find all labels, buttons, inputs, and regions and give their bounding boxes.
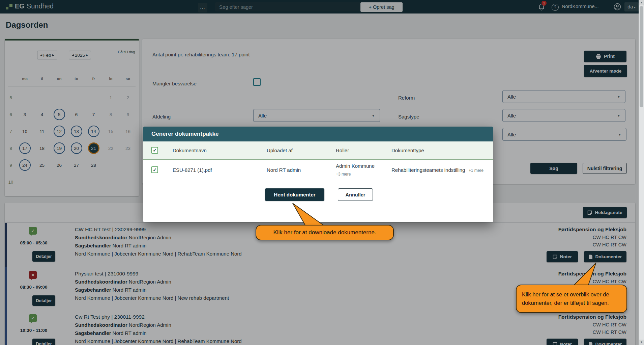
documents-hint-text: dokumenter, der er tilføjet til sagen. xyxy=(522,299,626,307)
document-name: ESU-8271 (1).pdf xyxy=(173,167,212,173)
download-hint-tooltip: Klik her for at downloade dokumenterne. xyxy=(256,225,394,240)
document-type-more[interactable]: +1 mere xyxy=(469,168,484,173)
document-table-row: ✓ ESU-8271 (1).pdf Nord RT admin Admin K… xyxy=(143,160,493,181)
documents-hint-tooltip: Klik her for at se et overblik over de d… xyxy=(516,285,627,313)
dialog-title: Generer dokumentpakke xyxy=(143,127,493,141)
column-header: Uploadet af xyxy=(267,148,293,153)
uploaded-by: Nord RT admin xyxy=(267,167,301,173)
select-all-checkbox[interactable]: ✓ xyxy=(151,147,158,154)
scrollbar-thumb[interactable] xyxy=(640,6,643,107)
vertical-scrollbar[interactable]: ▲ ▼ xyxy=(639,0,644,345)
scroll-down-icon[interactable]: ▼ xyxy=(639,340,644,345)
download-documents-button[interactable]: Hent dokumenter xyxy=(265,188,324,201)
row-checkbox[interactable]: ✓ xyxy=(151,166,158,173)
documents-hint-text: Klik her for at se et overblik over de xyxy=(522,290,626,299)
generate-document-package-dialog: Generer dokumentpakke ✓ Dokumentnavn Upl… xyxy=(143,127,493,222)
scroll-up-icon[interactable]: ▲ xyxy=(639,0,644,5)
document-table-header: ✓ Dokumentnavn Uploadet af Roller Dokume… xyxy=(143,141,493,160)
download-hint-text: Klik her for at downloade dokumenterne. xyxy=(273,229,376,236)
document-type: Rehabiliteringsteamets indstilling +1 me… xyxy=(391,167,484,173)
column-header: Dokumentnavn xyxy=(173,148,207,153)
roles-more[interactable]: +3 mere xyxy=(336,172,351,177)
roles: Admin Kommune xyxy=(336,163,375,169)
cancel-button[interactable]: Annuller xyxy=(338,188,373,201)
column-header: Roller xyxy=(336,148,349,153)
column-header: Dokumenttype xyxy=(391,148,424,153)
document-type-value: Rehabiliteringsteamets indstilling xyxy=(391,167,465,173)
